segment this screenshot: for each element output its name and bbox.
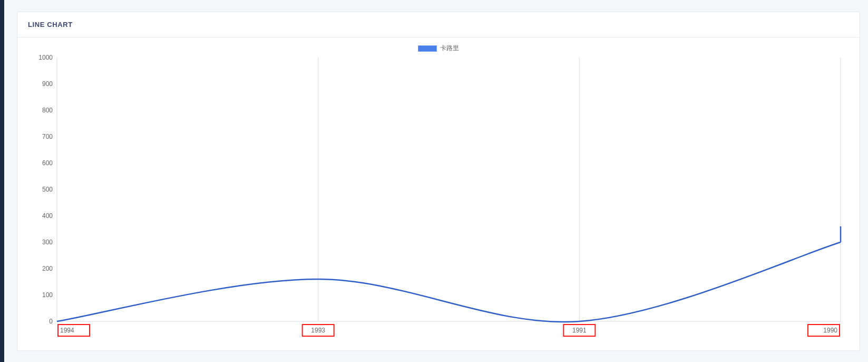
left-nav-rail (0, 0, 4, 362)
x-tick-label: 1993 (311, 327, 325, 334)
x-tick-label: 1994 (60, 327, 74, 334)
y-axis-ticks: 01002003004005006007008009001000 (38, 55, 53, 325)
y-tick-label: 900 (42, 80, 53, 88)
line-chart-panel: LINE CHART 卡路里 0100200300400500600700800… (17, 12, 860, 351)
page-root: LINE CHART 卡路里 0100200300400500600700800… (0, 0, 868, 362)
y-tick-label: 200 (42, 265, 53, 272)
y-tick-label: 0 (49, 318, 53, 325)
x-tick-label: 1991 (572, 327, 587, 334)
series-line (57, 242, 841, 322)
y-tick-label: 100 (42, 291, 53, 299)
y-tick-label: 1000 (38, 55, 53, 61)
y-tick-label: 400 (42, 212, 53, 220)
y-tick-label: 300 (42, 239, 53, 246)
chart-series (57, 226, 841, 322)
panel-title: LINE CHART (17, 12, 860, 37)
chart-area: 卡路里 01002003004005006007008009001000 199… (28, 44, 849, 340)
chart-legend[interactable]: 卡路里 (28, 44, 849, 53)
y-tick-label: 800 (42, 107, 53, 114)
x-axis-ticks: 1994199319911990 (58, 325, 840, 336)
y-tick-label: 600 (42, 159, 53, 167)
y-tick-label: 700 (42, 133, 53, 140)
line-chart-svg: 01002003004005006007008009001000 1994199… (28, 55, 850, 340)
legend-series-label: 卡路里 (440, 44, 459, 53)
chart-grid (57, 58, 841, 321)
legend-swatch-icon (418, 45, 437, 52)
x-tick-label: 1990 (823, 327, 837, 334)
y-tick-label: 500 (42, 186, 53, 193)
